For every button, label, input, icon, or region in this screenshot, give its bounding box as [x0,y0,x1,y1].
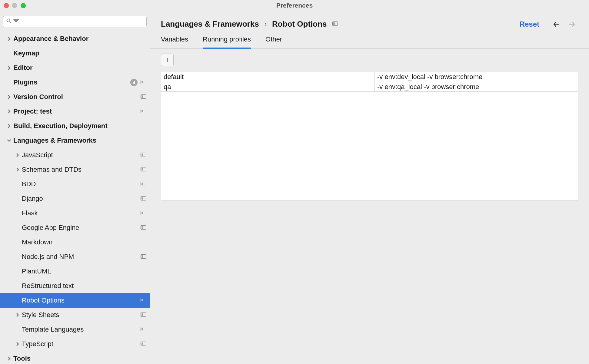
tab-running-profiles[interactable]: Running profiles [203,35,251,49]
update-count-badge: 4 [130,79,138,86]
tree-item-flask[interactable]: Flask [0,206,150,220]
svg-rect-22 [141,255,143,258]
chevron-right-icon[interactable] [5,356,13,361]
svg-rect-8 [141,110,143,112]
main-header: Languages & Frameworks › Robot Options R… [150,11,589,29]
tree-item-django[interactable]: Django [0,191,150,206]
tree-item-label: Project: test [13,108,141,115]
tree-item-label: Languages & Frameworks [13,137,146,144]
tree-item-label: Version Control [13,93,141,101]
table-row[interactable]: default-v env:dev_local -v browser:chrom… [161,72,578,82]
search-dropdown-icon[interactable] [13,18,19,25]
chevron-right-icon[interactable] [5,124,13,128]
svg-rect-18 [141,212,143,214]
chevron-right-icon[interactable] [13,167,22,172]
tab-variables[interactable]: Variables [161,35,188,49]
tree-item-tools[interactable]: Tools [0,351,150,364]
tree-item-google-app-engine[interactable]: Google App Engine [0,220,150,235]
search-field[interactable] [3,16,147,27]
tree-item-languages-frameworks[interactable]: Languages & Frameworks [0,133,150,148]
window-close-button[interactable] [4,3,9,8]
tree-item-bdd[interactable]: BDD [0,177,150,191]
content: Appearance & BehaviorKeymapEditorPlugins… [0,11,589,364]
svg-rect-28 [141,328,143,330]
project-scope-icon [141,341,146,347]
profiles-table[interactable]: default-v env:dev_local -v browser:chrom… [161,72,578,92]
tree-item-template-languages[interactable]: Template Languages [0,322,150,337]
profiles-table-body-empty[interactable] [161,92,578,201]
nav-arrows [552,20,576,29]
titlebar: Preferences [0,0,589,11]
tree-item-label: Appearance & Behavior [13,35,146,43]
breadcrumb-parent[interactable]: Languages & Frameworks [161,19,259,29]
project-scope-icon [141,94,146,100]
profile-name-cell[interactable]: qa [161,82,375,91]
tree-item-schemas-and-dtds[interactable]: Schemas and DTDs [0,162,150,177]
svg-rect-6 [141,95,143,98]
chevron-right-icon[interactable] [13,153,22,157]
tree-item-build-execution-deployment[interactable]: Build, Execution, Deployment [0,119,150,133]
tree-item-plugins[interactable]: Plugins4 [0,75,150,90]
chevron-down-icon[interactable] [5,138,13,143]
tree-item-editor[interactable]: Editor [0,61,150,75]
tree-item-label: Plugins [13,78,130,86]
table-row[interactable]: qa-v env:qa_local -v browser:chrome [161,82,578,91]
tree-item-restructured-text[interactable]: ReStructured text [0,279,150,293]
tree-item-style-sheets[interactable]: Style Sheets [0,308,150,322]
tree-item-label: Google App Engine [22,224,141,232]
tabs: VariablesRunning profilesOther [150,29,589,49]
project-scope-icon [141,152,146,158]
project-scope-icon [141,254,146,260]
tree-item-typescript[interactable]: TypeScript [0,337,150,351]
nav-back-button[interactable] [552,20,561,29]
chevron-right-icon[interactable] [5,37,13,41]
window-title: Preferences [276,2,313,9]
window-minimize-button[interactable] [12,3,17,8]
project-scope-icon [141,181,146,187]
chevron-right-icon[interactable] [5,95,13,99]
window-controls [4,3,26,8]
nav-forward-button [567,20,576,29]
tree-item-markdown[interactable]: Markdown [0,235,150,250]
tree-item-label: Style Sheets [22,311,141,319]
tree-item-project-test[interactable]: Project: test [0,104,150,119]
project-scope-icon [141,297,146,304]
project-scope-icon [141,210,146,217]
chevron-right-icon[interactable] [5,109,13,114]
tree-item-node-js-and-npm[interactable]: Node.js and NPM [0,250,150,264]
svg-marker-2 [13,19,19,23]
tree-item-version-control[interactable]: Version Control [0,90,150,104]
main-panel: Languages & Frameworks › Robot Options R… [150,11,589,364]
chevron-right-icon[interactable] [13,342,22,346]
profile-args-cell[interactable]: -v env:qa_local -v browser:chrome [375,82,578,91]
profile-args-cell[interactable]: -v env:dev_local -v browser:chrome [375,72,578,82]
svg-rect-4 [141,81,143,83]
tree-item-appearance-behavior[interactable]: Appearance & Behavior [0,31,150,46]
svg-line-1 [10,22,11,23]
chevron-right-icon[interactable] [13,313,22,317]
tab-other[interactable]: Other [265,35,282,49]
tree-item-label: Tools [13,355,146,362]
profile-name-cell[interactable]: default [161,72,375,82]
tree-item-label: Node.js and NPM [22,253,141,261]
window-zoom-button[interactable] [21,3,26,8]
reset-button[interactable]: Reset [520,20,539,28]
chevron-right-icon[interactable] [5,66,13,70]
breadcrumb-current: Robot Options [272,19,327,29]
tree-item-label: ReStructured text [22,282,146,290]
tree-item-label: Schemas and DTDs [22,166,141,174]
settings-tree[interactable]: Appearance & BehaviorKeymapEditorPlugins… [0,30,150,364]
breadcrumb: Languages & Frameworks › Robot Options [161,19,514,29]
tree-item-javascript[interactable]: JavaScript [0,148,150,162]
tree-item-robot-options[interactable]: Robot Options [0,293,150,308]
svg-rect-12 [141,168,143,170]
add-profile-button[interactable]: + [161,54,174,66]
tree-item-keymap[interactable]: Keymap [0,46,150,61]
search-input[interactable] [20,18,144,25]
tab-panel-running-profiles: + default-v env:dev_local -v browser:chr… [150,49,589,364]
project-scope-icon [141,167,146,173]
tree-item-label: Template Languages [22,326,141,333]
tree-item-label: Keymap [13,49,146,57]
tree-item-label: Robot Options [22,296,141,304]
tree-item-plantuml[interactable]: PlantUML [0,264,150,279]
